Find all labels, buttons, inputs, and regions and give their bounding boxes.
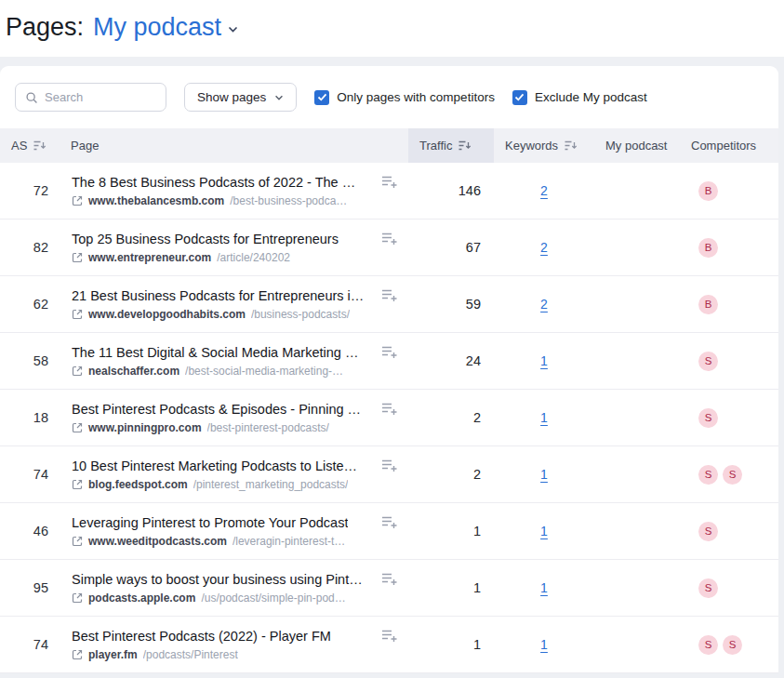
sort-icon: [458, 140, 471, 151]
add-to-list-icon[interactable]: [372, 572, 397, 586]
keywords-link[interactable]: 1: [540, 637, 548, 652]
podcast-selector[interactable]: My podcast: [93, 13, 238, 42]
competitors-cell: S: [680, 408, 778, 428]
traffic-value: 2: [408, 467, 494, 482]
competitor-badge: B: [698, 238, 718, 258]
page-url-path: /article/240202: [217, 251, 290, 264]
page-title-link[interactable]: 10 Best Pinterest Marketing Podcasts to …: [72, 459, 357, 473]
traffic-value: 67: [408, 240, 494, 255]
keywords-link[interactable]: 1: [540, 410, 548, 425]
traffic-value: 1: [408, 637, 494, 652]
column-label: Page: [71, 139, 99, 153]
add-to-list-icon[interactable]: [372, 459, 397, 472]
external-link-icon[interactable]: [72, 649, 83, 660]
table-row: 82 Top 25 Business Podcasts for Entrepre…: [0, 219, 778, 276]
page-url-domain: www.pinningpro.com: [88, 421, 202, 434]
page-title-link[interactable]: The 11 Best Digital & Social Media Marke…: [72, 345, 358, 360]
external-link-icon[interactable]: [72, 366, 83, 377]
column-label: My podcast: [605, 139, 667, 153]
traffic-value: 1: [408, 524, 494, 538]
external-link-icon[interactable]: [72, 592, 83, 604]
checkbox-label: Only pages with competitors: [337, 90, 495, 104]
column-header-keywords[interactable]: Keywords: [494, 128, 594, 163]
add-to-list-icon[interactable]: [372, 288, 397, 302]
page-url-path: /best-social-media-marketing-…: [185, 365, 343, 378]
add-to-list-icon[interactable]: [372, 345, 397, 359]
page-title-link[interactable]: 21 Best Business Podcasts for Entreprene…: [72, 288, 364, 303]
pages-table: AS Page Traffic Keywords: [0, 128, 778, 673]
page-title-link[interactable]: The 8 Best Business Podcasts of 2022 - T…: [72, 175, 355, 190]
page-title-link[interactable]: Leveraging Pinterest to Promote Your Pod…: [72, 515, 348, 530]
table-row: 74 10 Best Pinterest Marketing Podcasts …: [0, 446, 778, 503]
sort-icon: [33, 140, 46, 151]
checkbox-exclude-my-podcast[interactable]: Exclude My podcast: [512, 90, 647, 105]
page-url-domain: podcasts.apple.com: [88, 592, 195, 605]
add-to-list-icon[interactable]: [372, 402, 397, 416]
keywords-cell: 1: [494, 466, 594, 483]
page-url-domain: www.weeditpodcasts.com: [88, 535, 227, 548]
podcast-selector-label: My podcast: [93, 13, 221, 42]
keywords-link[interactable]: 1: [540, 524, 548, 538]
page-title-link[interactable]: Simple ways to boost your business using…: [72, 572, 363, 587]
keywords-cell: 1: [494, 352, 594, 369]
column-header-page: Page: [60, 128, 408, 163]
table-row: 72 The 8 Best Business Podcasts of 2022 …: [0, 163, 778, 219]
search-icon: [25, 91, 38, 104]
column-label: Competitors: [691, 139, 756, 153]
table-row: 95 Simple ways to boost your business us…: [0, 560, 778, 617]
checkbox-only-pages-with-competitors[interactable]: Only pages with competitors: [314, 90, 495, 105]
page-title-link[interactable]: Best Pinterest Podcasts & Episodes - Pin…: [72, 402, 361, 417]
column-header-my-podcast: My podcast: [594, 128, 680, 163]
table-row: 74 Best Pinterest Podcasts (2022) - Play…: [0, 617, 778, 673]
add-to-list-icon[interactable]: [372, 629, 397, 643]
column-label: Traffic: [419, 139, 452, 153]
page-title-link[interactable]: Top 25 Business Podcasts for Entrepreneu…: [72, 232, 339, 246]
external-link-icon[interactable]: [72, 422, 83, 433]
authority-score-value: 74: [0, 637, 60, 652]
page-url-path: /pinterest_marketing_podcasts/: [193, 478, 349, 491]
page-url-path: /podcasts/Pinterest: [143, 648, 238, 661]
keywords-cell: 2: [494, 239, 594, 256]
external-link-icon[interactable]: [72, 536, 83, 547]
page-url-domain: player.fm: [88, 648, 138, 661]
column-header-as[interactable]: AS: [0, 128, 60, 163]
checkbox-checked-icon: [314, 90, 329, 105]
page-cell: 21 Best Business Podcasts for Entreprene…: [60, 288, 408, 321]
external-link-icon[interactable]: [72, 309, 83, 320]
table-row: 58 The 11 Best Digital & Social Media Ma…: [0, 333, 778, 390]
page-cell: Best Pinterest Podcasts (2022) - Player …: [60, 629, 408, 661]
search-input[interactable]: [45, 90, 156, 104]
add-to-list-icon[interactable]: [372, 515, 397, 529]
page-cell: 10 Best Pinterest Marketing Podcasts to …: [60, 459, 408, 491]
page-cell: The 11 Best Digital & Social Media Marke…: [60, 345, 408, 378]
external-link-icon[interactable]: [72, 252, 83, 263]
keywords-link[interactable]: 1: [540, 580, 548, 595]
competitors-cell: B: [680, 238, 778, 258]
table-header-row: AS Page Traffic Keywords: [0, 128, 778, 163]
competitor-badge: S: [698, 465, 718, 485]
keywords-link[interactable]: 2: [540, 240, 548, 255]
page-url-path: /best-pinterest-podcasts/: [207, 421, 329, 434]
keywords-link[interactable]: 1: [540, 467, 548, 482]
competitors-cell: S: [680, 578, 778, 598]
column-header-traffic[interactable]: Traffic: [408, 128, 494, 163]
show-pages-dropdown[interactable]: Show pages: [184, 83, 297, 112]
external-link-icon[interactable]: [72, 195, 83, 206]
add-to-list-icon[interactable]: [372, 175, 397, 189]
keywords-link[interactable]: 2: [540, 183, 548, 198]
page-cell: The 8 Best Business Podcasts of 2022 - T…: [60, 175, 408, 207]
keywords-cell: 1: [494, 523, 594, 539]
page-header: Pages: My podcast: [0, 0, 784, 57]
search-box: [15, 83, 166, 112]
keywords-link[interactable]: 2: [540, 297, 548, 312]
external-link-icon[interactable]: [72, 479, 83, 490]
page-url-path: /best-business-podca…: [230, 194, 347, 207]
authority-score-value: 62: [0, 297, 60, 312]
keywords-link[interactable]: 1: [540, 353, 548, 368]
page-cell: Leveraging Pinterest to Promote Your Pod…: [60, 515, 408, 548]
add-to-list-icon[interactable]: [372, 232, 397, 246]
page-url-domain: blog.feedspot.com: [88, 478, 188, 491]
keywords-cell: 2: [494, 296, 594, 312]
traffic-value: 146: [408, 183, 494, 198]
page-title-link[interactable]: Best Pinterest Podcasts (2022) - Player …: [72, 629, 331, 644]
